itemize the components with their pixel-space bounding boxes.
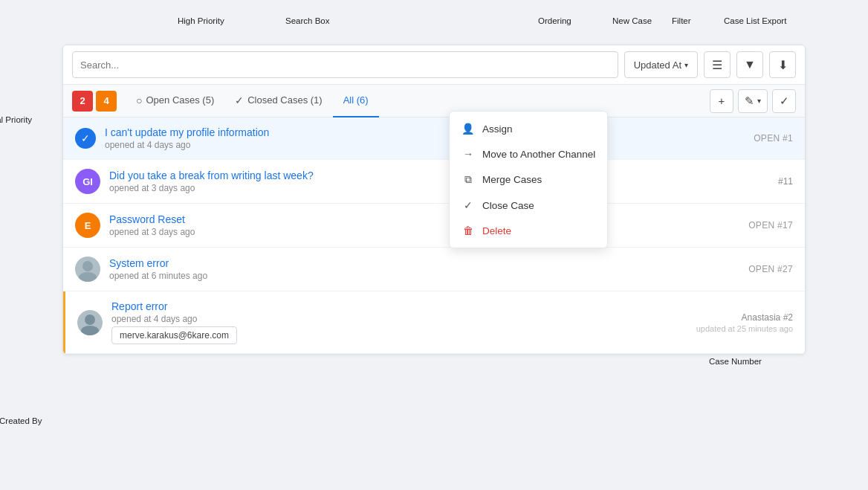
- chevron-down-icon: ▾: [684, 61, 688, 69]
- case-subtitle: opened at 4 days ago: [105, 140, 739, 150]
- dropdown-move-label: Move to Another Channel: [482, 149, 595, 160]
- case-meta: OPEN #1: [754, 133, 793, 144]
- case-meta: OPEN #17: [748, 220, 793, 231]
- annotation-ordering: Ordering: [538, 16, 571, 25]
- edit-btn[interactable]: ✎ ▾: [738, 89, 768, 113]
- case-list: ✓ I can't update my profile information …: [63, 117, 805, 354]
- search-input[interactable]: [72, 51, 618, 78]
- case-number: #11: [778, 176, 793, 187]
- case-title: I can't update my profile information: [105, 126, 739, 138]
- export-btn[interactable]: ⬇: [769, 51, 796, 78]
- priority-badges: 2 4: [72, 91, 117, 112]
- high-priority-badge[interactable]: 4: [96, 91, 117, 112]
- case-updated-at: updated at 25 minutes ago: [696, 324, 793, 333]
- tab-closed-cases[interactable]: ✓ Closed Cases (1): [224, 85, 332, 117]
- dropdown-item-move[interactable]: → Move to Another Channel: [450, 141, 607, 167]
- add-case-btn[interactable]: +: [710, 89, 733, 113]
- annotation-critical-priority: Critical Priority: [0, 115, 32, 124]
- annotation-case-list-export: Case List Export: [724, 16, 786, 25]
- table-row[interactable]: GI Did you take a break from writing las…: [63, 160, 805, 204]
- dropdown-item-close[interactable]: ✓ Close Case: [450, 193, 607, 218]
- case-subtitle: opened at 6 minutes ago: [109, 271, 733, 281]
- closed-cases-icon: ✓: [235, 94, 244, 106]
- dropdown-menu: 👤 Assign → Move to Another Channel ⧉ Mer…: [449, 117, 608, 248]
- case-number: OPEN #27: [748, 264, 793, 274]
- table-row[interactable]: E Password Reset opened at 3 days ago OP…: [63, 204, 805, 248]
- case-meta: Anastasia #2 updated at 25 minutes ago: [696, 312, 793, 333]
- avatar: [75, 257, 100, 282]
- main-container: Updated At ▾ ☰ ▼ ⬇ 2 4: [62, 45, 806, 355]
- list-icon: ☰: [712, 58, 722, 72]
- checkmark-icon: ✓: [780, 94, 789, 108]
- case-title: System error: [109, 257, 733, 269]
- download-icon: ⬇: [778, 58, 788, 72]
- edit-caret-icon: ▾: [757, 97, 761, 105]
- tab-open-cases[interactable]: ○ Open Cases (5): [126, 85, 224, 117]
- dropdown-item-delete[interactable]: 🗑 Delete: [450, 218, 607, 243]
- table-row[interactable]: Report error opened at 4 days ago merve.…: [63, 291, 805, 354]
- annotation-case-number: Case Number: [709, 357, 762, 366]
- ordering-button[interactable]: Updated At ▾: [624, 51, 698, 78]
- new-case-icon-btn[interactable]: ☰: [704, 51, 731, 78]
- avatar: E: [75, 213, 100, 238]
- case-info: Password Reset opened at 3 days ago: [109, 213, 733, 237]
- top-bar: Updated At ▾ ☰ ▼ ⬇: [63, 45, 805, 85]
- avatar: GI: [75, 169, 100, 194]
- case-info: Report error opened at 4 days ago merve.…: [111, 300, 681, 344]
- svg-point-2: [85, 315, 95, 325]
- annotation-high-priority: High Priority: [178, 16, 224, 25]
- dropdown-assign-label: Assign: [482, 123, 513, 135]
- dropdown-item-assign[interactable]: 👤 Assign: [450, 117, 607, 141]
- svg-point-1: [79, 272, 97, 282]
- open-cases-icon: ○: [136, 94, 142, 106]
- dropdown-close-label: Close Case: [482, 200, 534, 211]
- critical-priority-badge[interactable]: 2: [72, 91, 93, 112]
- filter-btn[interactable]: ▼: [736, 51, 763, 78]
- case-creator-name: Anastasia #2: [696, 312, 793, 323]
- email-tooltip: merve.karakus@6kare.com: [111, 326, 237, 344]
- tab-all-cases[interactable]: All (6): [333, 85, 379, 117]
- case-number: OPEN #1: [754, 133, 793, 144]
- annotation-new-case: New Case: [612, 16, 652, 25]
- filter-icon: ▼: [744, 58, 756, 71]
- table-row[interactable]: ✓ I can't update my profile information …: [63, 117, 805, 160]
- edit-icon: ✎: [745, 94, 754, 108]
- case-title: Did you take a break from writing last w…: [109, 170, 763, 181]
- dropdown-merge-label: Merge Cases: [482, 174, 542, 185]
- avatar: ✓: [75, 128, 96, 149]
- svg-point-0: [82, 261, 93, 271]
- dropdown-item-merge[interactable]: ⧉ Merge Cases: [450, 167, 607, 193]
- avatar: [77, 310, 103, 335]
- tab-open-cases-label: Open Cases (5): [146, 94, 214, 106]
- dropdown-delete-label: Delete: [482, 225, 511, 236]
- tabs-actions: + ✎ ▾ ✓: [710, 89, 796, 113]
- ordering-label: Updated At: [634, 59, 681, 71]
- tab-closed-cases-label: Closed Cases (1): [247, 94, 322, 106]
- case-subtitle: opened at 4 days ago: [111, 314, 681, 324]
- case-meta: #11: [778, 176, 793, 187]
- tabs-bar: 2 4 ○ Open Cases (5) ✓ Closed Cases (1) …: [63, 85, 805, 117]
- trash-icon: 🗑: [461, 225, 475, 236]
- case-info: System error opened at 6 minutes ago: [109, 257, 733, 281]
- case-info: Did you take a break from writing last w…: [109, 170, 763, 193]
- user-icon: 👤: [461, 123, 475, 135]
- case-info: I can't update my profile information op…: [105, 126, 739, 150]
- case-subtitle: opened at 3 days ago: [109, 183, 763, 193]
- case-meta: OPEN #27: [748, 264, 793, 274]
- table-row[interactable]: System error opened at 6 minutes ago OPE…: [63, 248, 805, 291]
- annotation-filter: Filter: [672, 16, 691, 25]
- plus-icon: +: [719, 94, 725, 107]
- page-wrapper: High Priority Search Box Ordering New Ca…: [62, 45, 806, 355]
- annotation-created-by: Created By: [0, 416, 42, 425]
- case-number: OPEN #17: [748, 220, 793, 231]
- case-title: Report error: [111, 300, 681, 312]
- case-subtitle: opened at 3 days ago: [109, 227, 733, 237]
- svg-point-3: [81, 326, 99, 335]
- case-title: Password Reset: [109, 213, 733, 225]
- select-all-btn[interactable]: ✓: [772, 89, 796, 113]
- merge-icon: ⧉: [461, 173, 475, 186]
- annotation-search-box: Search Box: [285, 16, 329, 25]
- arrow-right-icon: →: [461, 148, 475, 160]
- close-check-icon: ✓: [461, 199, 475, 211]
- tab-all-cases-label: All (6): [343, 94, 369, 106]
